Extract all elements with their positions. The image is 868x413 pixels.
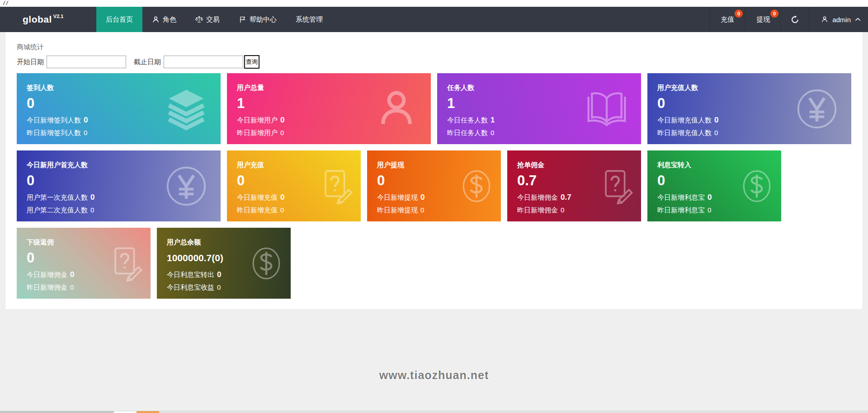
stat-card: 用户总余额 1000000.7(0) 今日利息宝转出0 今日利息宝收益0 xyxy=(157,228,291,299)
brand-version: V2.1 xyxy=(53,14,64,19)
query-button[interactable]: 查询 xyxy=(244,55,259,69)
stat-card: 今日新用户首充人数 0 用户第一次充值人数0 用户第二次充值人数0 xyxy=(17,150,221,221)
menu-item-3[interactable]: 帮助中心 xyxy=(229,7,286,32)
notification-badge: 0 xyxy=(770,9,778,18)
bottom-strip-white-segment xyxy=(114,411,137,413)
navbar-right: 充值0提现0 admin xyxy=(709,7,868,32)
stat-card: 用户充值 0 今日新增充值0 昨日新增充值0 xyxy=(227,150,361,221)
stat-card-title: 抢单佣金 xyxy=(517,161,631,168)
stat-card-line: 昨日新增充值0 xyxy=(237,206,351,213)
yen-icon xyxy=(795,87,839,131)
stat-card: 用户充值人数 0 今日新增充值人数0 昨日新增充值人数0 xyxy=(647,73,851,144)
navbar-actions: 充值0提现0 xyxy=(709,7,781,32)
navbar-menu: 后台首页角色交易帮助中心系统管理 xyxy=(96,7,332,32)
navbar: global V2.1 后台首页角色交易帮助中心系统管理 充值0提现0 admi… xyxy=(0,7,868,32)
start-date-label: 开始日期 xyxy=(17,58,44,66)
layers-icon xyxy=(165,87,208,131)
user-name: admin xyxy=(832,16,851,23)
stat-card-line: 昨日新增佣金0 xyxy=(27,284,141,291)
stat-card: 签到人数 0 今日新增签到人数0 昨日新增签到人数0 xyxy=(17,73,221,144)
stat-card: 抢单佣金 0.7 今日新增佣金0.7 昨日新增佣金0 xyxy=(507,150,641,221)
menu-item-0[interactable]: 后台首页 xyxy=(96,7,142,32)
menu-item-1[interactable]: 角色 xyxy=(142,7,186,32)
end-date-input[interactable] xyxy=(164,56,243,68)
content-panel: 商城统计 开始日期 截止日期 查询 签到人数 0 今日新增签到人数0 昨日新增签… xyxy=(5,32,863,309)
nav-action-0[interactable]: 充值0 xyxy=(709,7,745,32)
stat-card-title: 利息宝转入 xyxy=(657,161,771,168)
menu-item-4[interactable]: 系统管理 xyxy=(286,7,332,32)
stat-card: 用户提现 0 今日新增提现0 昨日新增提现0 xyxy=(367,150,501,221)
refresh-button[interactable] xyxy=(781,7,809,32)
stat-card: 下级返佣 0 今日新增佣金0 昨日新增佣金0 xyxy=(17,228,151,299)
stat-card: 任务人数 1 今日任务人数1 昨日任务人数0 xyxy=(437,73,641,144)
stat-card-title: 下级返佣 xyxy=(27,239,141,245)
top-note: // xyxy=(0,0,868,7)
nav-action-1[interactable]: 提现0 xyxy=(745,7,781,32)
file-question-icon xyxy=(108,245,144,282)
user-icon xyxy=(375,87,418,131)
yen-icon xyxy=(165,164,208,208)
stats-cards: 签到人数 0 今日新增签到人数0 昨日新增签到人数0 用户总量 1 今日新增用户… xyxy=(17,73,851,299)
notification-badge: 0 xyxy=(735,9,743,18)
end-date-label: 截止日期 xyxy=(134,58,161,66)
section-title: 商城统计 xyxy=(17,43,851,52)
filter-row: 开始日期 截止日期 查询 xyxy=(17,55,851,69)
scales-icon xyxy=(195,16,203,23)
stat-card: 用户总量 1 今日新增用户0 昨日新增用户0 xyxy=(227,73,431,144)
stat-card: 利息宝转入 0 今日新增利息宝0 昨日新增利息宝0 xyxy=(647,150,781,221)
dollar-icon xyxy=(739,168,775,204)
file-question-icon xyxy=(599,168,635,204)
chevron-up-icon xyxy=(855,18,861,21)
brand-name: global xyxy=(23,14,52,25)
stat-card-title: 用户提现 xyxy=(377,161,491,168)
dollar-icon xyxy=(458,168,495,204)
bottom-strip xyxy=(0,411,868,413)
start-date-input[interactable] xyxy=(47,56,126,68)
file-question-icon xyxy=(318,168,354,204)
stat-card-title: 用户充值 xyxy=(237,161,351,168)
bottom-strip-orange-segment xyxy=(137,411,159,413)
user-icon xyxy=(152,16,160,23)
bottom-strip-gray-segment xyxy=(0,411,114,413)
refresh-icon xyxy=(791,15,799,24)
book-icon xyxy=(585,87,628,131)
stat-card-line: 昨日新增利息宝0 xyxy=(657,206,771,213)
user-icon xyxy=(821,16,828,23)
dollar-icon xyxy=(248,245,284,282)
flag-icon xyxy=(239,16,246,23)
user-menu[interactable]: admin xyxy=(809,7,868,32)
stat-card-line: 昨日新增提现0 xyxy=(377,206,491,213)
brand[interactable]: global V2.1 xyxy=(0,7,96,32)
menu-item-2[interactable]: 交易 xyxy=(186,7,229,32)
stat-card-line: 昨日新增佣金0 xyxy=(517,206,631,213)
stat-card-title: 用户总余额 xyxy=(167,239,281,245)
watermark: www.tiaozhuan.net xyxy=(379,369,489,382)
stat-card-line: 今日利息宝收益0 xyxy=(167,284,281,291)
